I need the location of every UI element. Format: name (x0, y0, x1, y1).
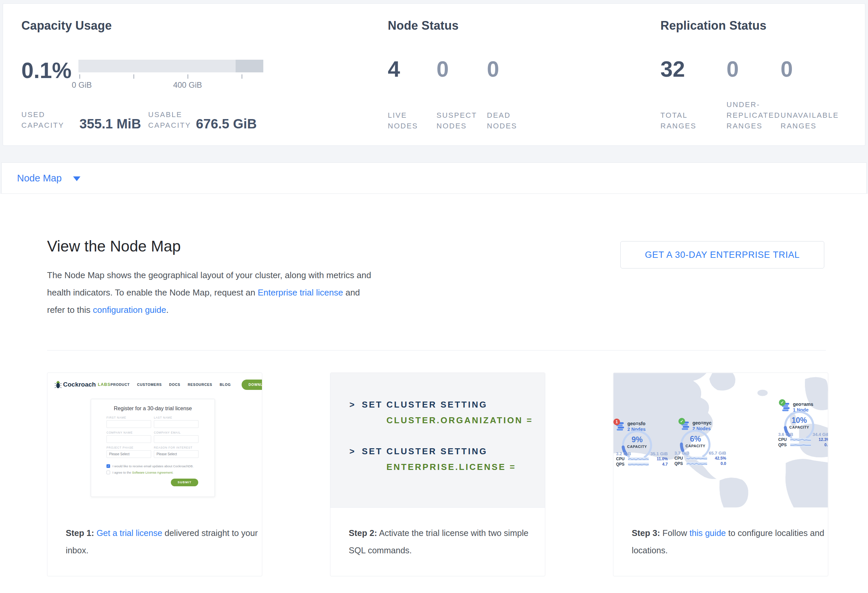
suspect-nodes-label: SUSPECT NODES (437, 96, 480, 131)
trial-registration-form: Register for a 30-day trial license FIRS… (91, 399, 215, 497)
dead-nodes-stat: 0 DEAD NODES (487, 19, 540, 139)
capacity-bar (78, 60, 263, 72)
axis-label-400gib: 400 GiB (173, 80, 202, 90)
configuration-guide-link[interactable]: configuration guide (93, 305, 166, 315)
reason-for-interest-select: Please Select (154, 450, 199, 458)
reason-for-interest-label: REASON FOR INTEREST (154, 446, 199, 449)
node-map-preview: 1 geo=sfo 2 Nodes (613, 373, 828, 508)
step2-caption: Step 2: Activate the trial license with … (331, 508, 545, 559)
node-map-enterprise-content: View the Node Map The Node Map shows the… (0, 194, 868, 593)
cpu-value: 11.0% (657, 456, 668, 461)
company-name-field (106, 435, 151, 443)
minisite-submit-button: SUBMIT (171, 478, 198, 486)
company-email-field (154, 435, 199, 443)
cpu-label: CPU (778, 437, 790, 442)
sql-command: SET CLUSTER SETTING (362, 400, 487, 410)
used-gib: 3.6 GiB (778, 432, 793, 437)
cpu-sparkline (686, 456, 707, 460)
healthy-badge-icon: ✓ (779, 399, 785, 406)
step1-thumbnail: Cockroach LABS PRODUCT CUSTOMERS DOCS RE… (47, 373, 262, 508)
unavailable-ranges-label: UNAVAILABLE RANGES (781, 96, 837, 131)
usable-capacity-label: USABLE CAPACITY (148, 109, 193, 131)
capacity-label: CAPACITY (621, 444, 653, 449)
unavailable-ranges-stat: 0 UNAVAILABLE RANGES (781, 19, 847, 139)
license-agreement-checkbox-row: I agree to the Software License Agreemen… (91, 471, 215, 474)
enterprise-trial-license-link[interactable]: Enterprise trial license (258, 287, 343, 297)
description-text: . (166, 305, 168, 315)
capacity-percent: 10% (783, 416, 815, 425)
live-nodes-stat: 4 LIVE NODES (388, 19, 437, 139)
company-name-label: COMPANY NAME (106, 431, 151, 434)
minisite-nav-docs: DOCS (169, 383, 180, 387)
sql-code-block: > SET CLUSTER SETTING CLUSTER.ORGANIZATI… (331, 373, 545, 508)
chevron-down-icon (73, 177, 80, 181)
capacity-axis-labels: 0 GiB 400 GiB (78, 80, 263, 90)
capacity-percent: 9% (621, 435, 653, 444)
qps-sparkline (628, 462, 649, 466)
software-license-agreement-link: Software License Agreement (132, 471, 173, 474)
capacity-usage-title: Capacity Usage (21, 19, 388, 33)
qps-value: 0.0 (824, 443, 828, 447)
checkbox-checked-icon: ✓ (106, 464, 110, 468)
under-replicated-ranges-stat: 0 UNDER-REPLICATED RANGES (726, 19, 781, 139)
checkbox-empty-icon (106, 471, 110, 474)
total-gib: 35.1 GiB (650, 451, 668, 456)
locality-name: geo=sfo (627, 421, 645, 426)
usable-capacity-value: 676.5 GiB (196, 116, 257, 131)
view-selector-bar: Node Map (1, 162, 867, 194)
locality-geo-nyc: ✓ geo=nyc 2 Nodes (675, 421, 730, 430)
capacity-axis-ticks (78, 74, 263, 79)
get-enterprise-trial-button[interactable]: GET A 30-DAY ENTERPRISE TRIAL (620, 241, 824, 268)
node-map-dropdown-label: Node Map (17, 173, 62, 184)
first-name-label: FIRST NAME (106, 416, 151, 419)
live-nodes-value: 4 (388, 58, 400, 80)
sql-command: SET CLUSTER SETTING (362, 446, 487, 456)
node-map-dropdown[interactable]: Node Map (17, 173, 80, 184)
minisite-nav-resources: RESOURCES (187, 383, 212, 387)
qps-label: QPS (675, 461, 686, 466)
cpu-label: CPU (675, 456, 686, 461)
cluster-overview-page: Capacity Usage 0.1% 0 GiB 400 Gi (0, 0, 868, 593)
qps-value: 0.0 (720, 461, 726, 466)
section-divider (47, 350, 826, 350)
cpu-sparkline (628, 457, 649, 461)
capacity-percent: 6% (679, 434, 712, 444)
capacity-chart: 0.1% 0 GiB 400 GiB (21, 59, 263, 90)
node-map-description: The Node Map shows the geographical layo… (47, 266, 378, 318)
axis-label-0gib: 0 GiB (72, 80, 92, 90)
node-status-section: Node Status 4 LIVE NODES 0 SUSPECT NODES… (388, 19, 660, 139)
sql-prompt: > (349, 400, 356, 410)
enterprise-steps-cards: Cockroach LABS PRODUCT CUSTOMERS DOCS RE… (47, 372, 828, 576)
this-guide-link[interactable]: this guide (689, 528, 726, 538)
unavailable-ranges-value: 0 (781, 58, 793, 80)
project-phase-label: PROJECT PHASE (106, 446, 151, 449)
locality-geo-sfo: 1 geo=sfo 2 Nodes (616, 422, 672, 431)
qps-label: QPS (616, 462, 628, 466)
capacity-label: CAPACITY (679, 444, 712, 448)
minisite-download-button: DOWNLOAD (242, 380, 262, 390)
step2-card: > SET CLUSTER SETTING CLUSTER.ORGANIZATI… (330, 372, 545, 576)
page-title: View the Node Map (47, 237, 181, 255)
cockroach-bug-icon (55, 381, 61, 388)
minisite-nav-product: PRODUCT (111, 383, 130, 387)
capacity-percent: 0.1% (21, 59, 78, 90)
under-replicated-ranges-label: UNDER-REPLICATED RANGES (726, 96, 781, 131)
capacity-bar-chart: 0 GiB 400 GiB (78, 60, 263, 90)
step3-card: 1 geo=sfo 2 Nodes (613, 372, 828, 576)
last-name-label: LAST NAME (154, 416, 199, 419)
minisite-nav-customers: CUSTOMERS (137, 383, 162, 387)
capacity-bar-used-segment (236, 60, 263, 72)
cockroach-labs-logo: Cockroach LABS (55, 381, 111, 388)
locality-name: geo=nyc (692, 420, 712, 425)
total-ranges-label: TOTAL RANGES (660, 96, 700, 131)
registration-form-title: Register for a 30-day trial license (91, 406, 215, 412)
qps-sparkline (790, 443, 811, 447)
healthy-badge-icon: ✓ (678, 418, 685, 425)
locality-name: geo=ams (793, 402, 813, 407)
dead-nodes-label: DEAD NODES (487, 96, 527, 131)
cpu-value: 42.5% (715, 456, 726, 461)
last-name-field (154, 420, 199, 428)
step3-caption: Step 3: Follow this guide to configure l… (613, 508, 828, 559)
get-trial-license-link[interactable]: Get a trial license (96, 528, 162, 538)
project-phase-select: Please Select (106, 450, 151, 458)
